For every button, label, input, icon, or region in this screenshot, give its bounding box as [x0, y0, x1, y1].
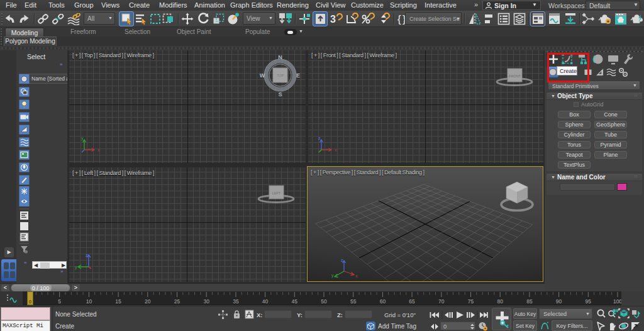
- svg-text:z: z: [318, 136, 321, 140]
- svg-text:y: y: [81, 136, 84, 141]
- svg-text:50: 50: [321, 298, 327, 305]
- svg-text:{: {: [397, 13, 401, 25]
- svg-text:70: 70: [438, 298, 445, 305]
- svg-text:80: 80: [497, 298, 503, 305]
- svg-text:10: 10: [86, 298, 92, 305]
- svg-text:z: z: [341, 258, 343, 262]
- svg-text:TOP: TOP: [277, 74, 284, 77]
- svg-text:x: x: [355, 274, 358, 278]
- svg-text:40: 40: [262, 298, 269, 305]
- svg-text:25: 25: [174, 298, 180, 305]
- svg-text:95: 95: [586, 298, 592, 305]
- svg-text:y: y: [75, 265, 77, 270]
- svg-text:55: 55: [350, 298, 357, 305]
- svg-text:60: 60: [380, 298, 386, 305]
- svg-text:y: y: [331, 273, 334, 278]
- svg-text:LEFT: LEFT: [272, 191, 281, 195]
- svg-text:20: 20: [145, 298, 151, 305]
- svg-text:75: 75: [468, 298, 474, 305]
- svg-text:3: 3: [330, 14, 336, 25]
- svg-text:W: W: [260, 72, 265, 79]
- svg-text:30: 30: [203, 298, 209, 305]
- svg-text:N: N: [278, 54, 282, 60]
- svg-text:35: 35: [233, 298, 239, 305]
- svg-text:z: z: [86, 253, 88, 257]
- svg-text:x: x: [335, 148, 337, 152]
- svg-text:5: 5: [58, 298, 61, 305]
- svg-text:65: 65: [409, 298, 415, 305]
- svg-text:E: E: [296, 72, 300, 79]
- svg-text:90: 90: [556, 298, 562, 305]
- svg-text:FRONT: FRONT: [509, 74, 521, 78]
- svg-text:85: 85: [526, 298, 533, 305]
- svg-text:15: 15: [115, 298, 121, 305]
- svg-text:100: 100: [613, 298, 621, 305]
- svg-text:S: S: [278, 91, 282, 98]
- svg-text:x: x: [97, 148, 100, 152]
- svg-text:45: 45: [292, 298, 298, 305]
